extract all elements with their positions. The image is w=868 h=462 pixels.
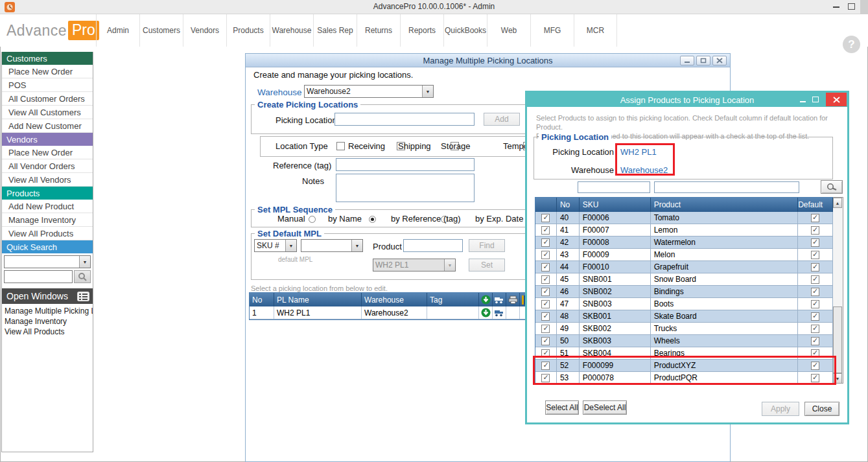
sidebar-item-view-all-products[interactable]: View All Products bbox=[2, 227, 93, 240]
row-select-checkbox[interactable] bbox=[541, 300, 550, 308]
product-row[interactable]: 49 SKB002 Trucks bbox=[535, 323, 833, 335]
tab-quickbooks[interactable]: QuickBooks bbox=[443, 14, 487, 47]
mmpl-restore-button[interactable] bbox=[696, 56, 710, 65]
sku-type-dropdown[interactable]: SKU # ▼ bbox=[254, 239, 297, 252]
row-select-checkbox[interactable] bbox=[541, 362, 550, 370]
tab-sales-rep[interactable]: Sales Rep bbox=[313, 14, 357, 47]
open-window-item-view-all-products[interactable]: View All Products bbox=[2, 327, 93, 337]
sidebar-item-view-all-vendors[interactable]: View All Vendors bbox=[2, 173, 93, 187]
truck-icon[interactable] bbox=[494, 309, 504, 317]
row-default-checkbox[interactable] bbox=[811, 349, 819, 358]
row-default-checkbox[interactable] bbox=[811, 288, 819, 296]
row-default-checkbox[interactable] bbox=[811, 263, 819, 271]
row-select-checkbox[interactable] bbox=[541, 349, 550, 358]
help-icon[interactable]: ? bbox=[843, 36, 860, 53]
scroll-down-button[interactable]: ▼ bbox=[833, 373, 842, 384]
row-default-checkbox[interactable] bbox=[811, 374, 819, 382]
product-row[interactable]: 40 F00006 Tomato bbox=[535, 212, 833, 224]
product-row[interactable]: 48 SKB001 Skate Board bbox=[535, 310, 833, 323]
tab-mcr[interactable]: MCR bbox=[574, 14, 617, 47]
row-default-checkbox[interactable] bbox=[811, 238, 819, 247]
row-select-checkbox[interactable] bbox=[541, 226, 550, 235]
product-row[interactable]: 41 F00007 Lemon bbox=[535, 224, 833, 237]
scrollbar-thumb[interactable] bbox=[833, 306, 842, 373]
tab-products[interactable]: Products bbox=[226, 14, 270, 47]
product-row[interactable]: 51 SKB004 Bearings bbox=[535, 347, 833, 360]
warehouse-dropdown[interactable]: Warehouse2 ▼ bbox=[304, 85, 434, 98]
row-select-checkbox[interactable] bbox=[541, 325, 550, 333]
window-list-icon[interactable] bbox=[77, 292, 89, 301]
product-row[interactable]: 43 F00009 Melon bbox=[535, 249, 833, 261]
row-select-checkbox[interactable] bbox=[541, 214, 550, 222]
mmpl-minimize-button[interactable] bbox=[680, 56, 694, 65]
tab-returns[interactable]: Returns bbox=[357, 14, 400, 47]
default-mpl-dropdown[interactable]: WH2 PL1 ▼ bbox=[373, 259, 456, 271]
tab-vendors[interactable]: Vendors bbox=[183, 14, 226, 47]
sidebar-item-place-new-order-customer[interactable]: Place New Order bbox=[2, 65, 93, 78]
row-default-checkbox[interactable] bbox=[811, 275, 819, 284]
close-button[interactable]: Close bbox=[804, 402, 839, 416]
row-default-checkbox[interactable] bbox=[811, 325, 819, 333]
tab-admin[interactable]: Admin bbox=[96, 14, 139, 47]
row-select-checkbox[interactable] bbox=[541, 312, 550, 321]
assign-maximize-button[interactable] bbox=[812, 97, 819, 102]
sidebar-item-add-new-product[interactable]: Add New Product bbox=[2, 200, 93, 213]
tab-customers[interactable]: Customers bbox=[139, 14, 183, 47]
product-row[interactable]: 50 SKB003 Wheels bbox=[535, 335, 833, 347]
mmpl-close-button[interactable] bbox=[712, 56, 727, 65]
sidebar-item-view-all-customers[interactable]: View All Customers bbox=[2, 106, 93, 119]
sidebar-item-all-vendor-orders[interactable]: All Vendor Orders bbox=[2, 159, 93, 173]
row-default-checkbox[interactable] bbox=[811, 214, 819, 222]
assign-minimize-button[interactable] bbox=[800, 101, 806, 102]
assign-close-button[interactable] bbox=[826, 93, 847, 106]
row-select-checkbox[interactable] bbox=[541, 275, 550, 284]
tab-web[interactable]: Web bbox=[487, 14, 530, 47]
quick-search-button[interactable] bbox=[74, 270, 91, 283]
notes-textarea[interactable] bbox=[336, 174, 475, 202]
row-select-checkbox[interactable] bbox=[541, 238, 550, 247]
apply-button[interactable]: Apply bbox=[762, 402, 799, 416]
table-scrollbar[interactable]: ▲ ▼ bbox=[833, 197, 843, 384]
product-search-button[interactable] bbox=[821, 180, 843, 194]
reference-tag-input[interactable] bbox=[336, 158, 475, 171]
receive-arrow-icon[interactable] bbox=[481, 308, 491, 318]
product-row-highlighted[interactable]: 52 F000099 ProductXYZ bbox=[535, 360, 833, 372]
tab-mfg[interactable]: MFG bbox=[530, 14, 574, 47]
add-button[interactable]: Add bbox=[484, 113, 520, 126]
window-minimize-button[interactable] bbox=[833, 6, 839, 8]
row-default-checkbox[interactable] bbox=[811, 362, 819, 370]
product-row[interactable]: 44 F00010 Grapefruit bbox=[535, 261, 833, 273]
open-window-item-manage-multiple-picking[interactable]: Manage Multiple Picking Lo bbox=[2, 306, 93, 316]
row-select-checkbox[interactable] bbox=[541, 251, 550, 259]
product-row[interactable]: 46 SNB002 Bindings bbox=[535, 286, 833, 298]
receiving-checkbox[interactable] bbox=[336, 142, 345, 150]
sequence-by-name-radio[interactable] bbox=[369, 216, 376, 223]
open-window-item-manage-inventory[interactable]: Manage Inventory bbox=[2, 316, 93, 327]
tab-reports[interactable]: Reports bbox=[400, 14, 443, 47]
product-filter-input[interactable] bbox=[654, 181, 799, 193]
row-default-checkbox[interactable] bbox=[811, 312, 819, 321]
row-select-checkbox[interactable] bbox=[541, 337, 550, 345]
row-default-checkbox[interactable] bbox=[811, 337, 819, 345]
picking-location-input[interactable] bbox=[334, 113, 475, 126]
select-all-button[interactable]: Select All bbox=[545, 400, 579, 415]
scroll-up-button[interactable]: ▲ bbox=[833, 198, 842, 208]
quick-search-input[interactable] bbox=[4, 270, 73, 283]
row-select-checkbox[interactable] bbox=[541, 288, 550, 296]
window-close-button[interactable] bbox=[860, 0, 868, 14]
sku-value-dropdown[interactable]: ▼ bbox=[301, 239, 363, 252]
product-row[interactable]: 45 SNB001 Snow Board bbox=[535, 273, 833, 286]
product-row[interactable]: 47 SNB003 Boots bbox=[535, 298, 833, 310]
quick-search-type-dropdown[interactable]: ▼ bbox=[4, 255, 91, 268]
product-row-highlighted[interactable]: 53 P000078 ProductPQR bbox=[535, 372, 833, 384]
find-button[interactable]: Find bbox=[469, 239, 505, 252]
sku-filter-input[interactable] bbox=[578, 181, 650, 193]
row-default-checkbox[interactable] bbox=[811, 300, 819, 308]
sidebar-item-pos[interactable]: POS bbox=[2, 78, 93, 92]
picking-location-row[interactable]: 1 WH2 PL1 Warehouse2 bbox=[250, 306, 534, 319]
sidebar-item-add-new-customer[interactable]: Add New Customer bbox=[2, 119, 93, 133]
product-row[interactable]: 42 F00008 Watermelon bbox=[535, 237, 833, 249]
sidebar-item-manage-inventory[interactable]: Manage Inventory bbox=[2, 213, 93, 227]
row-default-checkbox[interactable] bbox=[811, 251, 819, 259]
row-select-checkbox[interactable] bbox=[541, 374, 550, 382]
